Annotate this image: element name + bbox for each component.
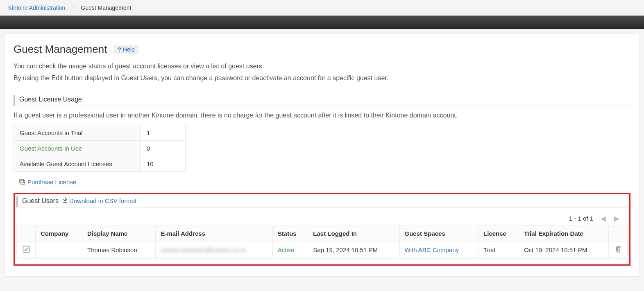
help-icon: ? [118, 46, 121, 53]
cell-status: Active [272, 241, 308, 258]
breadcrumb-root-link[interactable]: Kintone Administration [8, 5, 65, 11]
pager: 1 - 1 of 1 ◀︎ ▶︎ [16, 208, 628, 226]
section-heading-guest-users-label: Guest Users [22, 197, 59, 205]
table-header-display-name: Display Name [82, 226, 156, 241]
svg-rect-0 [20, 179, 23, 183]
table-header-delete [609, 226, 628, 241]
guest-users-table: Company Display Name E-mail Address Stat… [16, 226, 628, 259]
usage-row-value: 1 [141, 125, 186, 140]
cell-email-blurred: xxxxxx-xxxxxxxx@xxxxxx.xx.xx [161, 246, 246, 253]
pager-next-icon[interactable]: ▶︎ [614, 215, 619, 222]
cell-display-name: Thomas Robinson [82, 241, 156, 258]
purchase-license-icon [19, 179, 25, 185]
status-badge: Active [278, 246, 295, 253]
breadcrumb-current: Guest Management [81, 5, 131, 11]
cell-last-login: Sep 19, 2024 10:51 PM [308, 241, 399, 258]
cell-company [36, 241, 82, 258]
svg-rect-2 [63, 202, 67, 203]
cell-license: Trial [478, 241, 519, 258]
cell-guest-spaces: With ABC Company [399, 241, 478, 258]
guest-space-link[interactable]: With ABC Company [405, 246, 459, 253]
usage-row-value: 10 [141, 156, 186, 171]
license-usage-note: If a guest user is a professional user i… [14, 112, 630, 119]
main-panel: Guest Management ? Help You can check th… [4, 34, 640, 277]
usage-row: Guest Accounts in Trial 1 [14, 125, 186, 140]
pager-prev-icon[interactable]: ◀︎ [601, 215, 606, 222]
help-label: Help [123, 46, 135, 53]
table-row: Thomas Robinson xxxxxx-xxxxxxxx@xxxxxx.x… [17, 241, 628, 258]
page-title: Guest Management [14, 43, 107, 56]
usage-row-label: Guest Accounts in Trial [14, 125, 141, 140]
intro-text-2: By using the Edit button displayed in Gu… [14, 73, 630, 83]
section-heading-license-usage: Guest License Usage [14, 95, 630, 106]
guest-users-highlight-region: Guest Users Download in CSV format 1 - 1… [14, 193, 630, 266]
cell-trial-exp: Oct 19, 2024 10:51 PM [519, 241, 608, 258]
purchase-license-link[interactable]: Purchase License [27, 178, 76, 185]
usage-row: Guest Accounts in Use 0 [14, 140, 186, 156]
guest-accounts-in-use-link[interactable]: Guest Accounts in Use [20, 145, 82, 152]
toolbar-dark [0, 16, 644, 29]
usage-row-value: 0 [141, 140, 186, 156]
svg-rect-1 [21, 180, 25, 184]
usage-row-label: Available Guest Account Licenses [14, 156, 141, 171]
usage-row: Available Guest Account Licenses 10 [14, 156, 186, 171]
cell-email: xxxxxx-xxxxxxxx@xxxxxx.xx.xx [156, 241, 272, 258]
table-header-last-login: Last Logged In [308, 226, 399, 241]
table-header-license: License [478, 226, 519, 241]
license-usage-table: Guest Accounts in Trial 1 Guest Accounts… [14, 125, 186, 172]
help-button[interactable]: ? Help [113, 45, 138, 54]
download-csv-group: Download in CSV format [63, 197, 136, 205]
intro-text-1: You can check the usage status of guest … [14, 61, 630, 72]
delete-row-button[interactable] [615, 246, 621, 253]
table-header-edit [17, 226, 36, 241]
section-heading-license-usage-label: Guest License Usage [19, 96, 82, 103]
section-heading-guest-users: Guest Users Download in CSV format [16, 196, 628, 208]
pager-text: 1 - 1 of 1 [569, 215, 593, 222]
breadcrumb: Kintone Administration Guest Management [0, 0, 644, 16]
breadcrumb-separator-icon [71, 4, 75, 12]
table-header-status: Status [272, 226, 308, 241]
table-header-guest-spaces: Guest Spaces [399, 226, 478, 241]
table-header-company: Company [36, 226, 82, 241]
table-header-trial-exp: Trial Expiration Date [519, 226, 608, 241]
download-icon [63, 197, 68, 205]
usage-row-label: Guest Accounts in Use [14, 140, 141, 156]
table-header-email: E-mail Address [156, 226, 272, 241]
edit-row-button[interactable] [23, 246, 30, 253]
download-csv-link[interactable]: Download in CSV format [69, 197, 136, 204]
